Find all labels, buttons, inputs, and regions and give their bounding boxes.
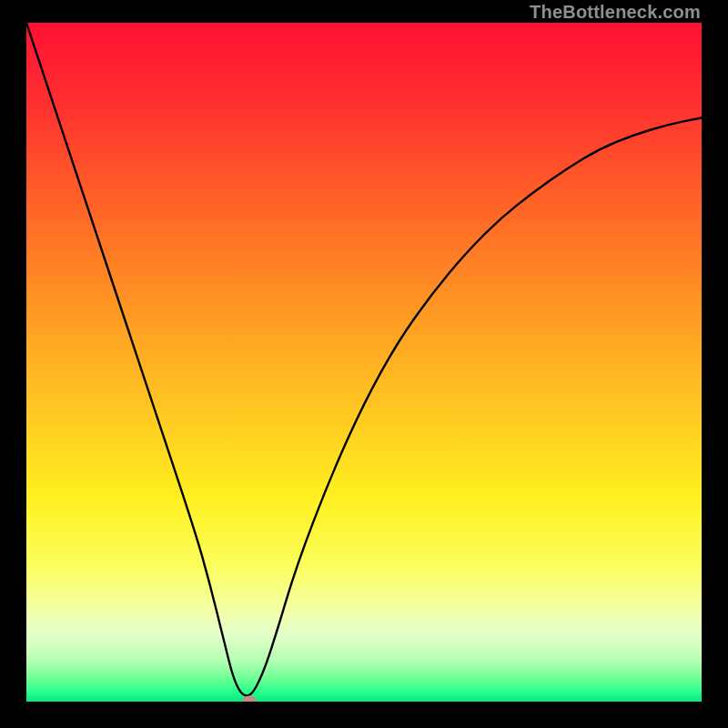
watermark-text: TheBottleneck.com bbox=[530, 2, 701, 23]
plot-area bbox=[26, 23, 702, 702]
optimal-point-marker bbox=[242, 695, 256, 702]
chart-frame: TheBottleneck.com bbox=[0, 0, 728, 728]
bottleneck-curve bbox=[26, 23, 702, 702]
